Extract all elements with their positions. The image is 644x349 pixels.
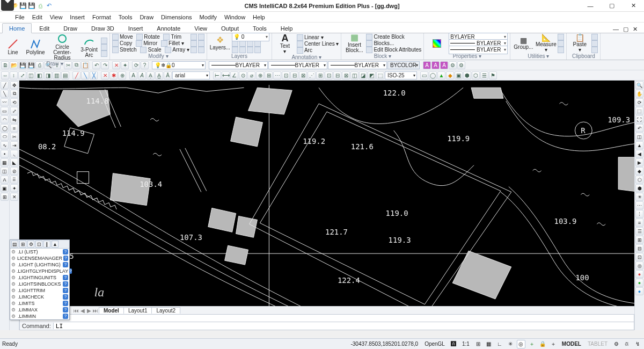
- vt2-fillet-icon[interactable]: ◟: [10, 150, 18, 158]
- status-polar-icon[interactable]: ✳: [506, 340, 515, 348]
- autocomplete-item[interactable]: ⚙.LIGHTTRIM?: [10, 287, 69, 294]
- tb2-m2[interactable]: ◯: [429, 71, 437, 79]
- tb2-m4[interactable]: ◆: [446, 71, 454, 79]
- vt2-break-icon[interactable]: ⊘: [10, 167, 18, 175]
- tb2-m6[interactable]: ⬢: [463, 71, 471, 79]
- centerlines-button[interactable]: Center Lines ▾: [304, 41, 339, 47]
- tb-annoscale-d-icon[interactable]: ⚙: [449, 61, 457, 69]
- sheet-nav-prev[interactable]: ◀: [79, 308, 86, 314]
- vt2-array-icon[interactable]: ⠿: [10, 176, 18, 184]
- vt-block-icon[interactable]: ▣: [1, 184, 9, 192]
- vt-text-icon[interactable]: A: [1, 176, 9, 184]
- autocomplete-item[interactable]: ⚙.LIGHTINGUNITS?: [10, 274, 69, 281]
- menu-draw[interactable]: Draw: [140, 14, 153, 20]
- sheet-tab-layout2[interactable]: Layout2: [151, 307, 180, 314]
- tb-erase-icon[interactable]: ✕: [112, 61, 120, 69]
- autocomplete-item[interactable]: ⚙.LIMCHECK?: [10, 294, 69, 300]
- linear-dim-button[interactable]: Linear ▾: [304, 34, 324, 40]
- menu-help[interactable]: Help: [253, 14, 265, 20]
- vt2-extend-icon[interactable]: ⇥: [10, 141, 18, 149]
- group-button[interactable]: ▦Group...: [513, 37, 534, 50]
- menu-modify[interactable]: Modify: [200, 14, 217, 20]
- tb2-text-a-icon[interactable]: A: [129, 71, 137, 79]
- tb2-dim-13[interactable]: ⊞: [316, 71, 324, 79]
- rvt-more6[interactable]: ⊟: [635, 244, 643, 252]
- measure-button[interactable]: 📐Measure ▾: [535, 34, 557, 53]
- vt2-move-icon[interactable]: ✥: [10, 81, 18, 89]
- vt2-explode-icon[interactable]: ✦: [10, 184, 18, 192]
- arc-dim-button[interactable]: Arc: [304, 47, 312, 53]
- rvt-iso-icon[interactable]: ◆: [635, 167, 643, 175]
- vt-point-icon[interactable]: •: [1, 150, 9, 158]
- vt-arc-icon[interactable]: ◠: [1, 115, 9, 123]
- mirror-button[interactable]: Mirror: [143, 40, 157, 46]
- rvt-more8[interactable]: ◎: [635, 261, 643, 270]
- tab-insert[interactable]: Insert: [122, 24, 150, 33]
- tab-draw[interactable]: Draw: [57, 24, 84, 33]
- create-block-button[interactable]: Create Block: [374, 34, 404, 40]
- sheet-nav-last[interactable]: ⏭: [92, 308, 99, 314]
- tb2-e[interactable]: ◧: [35, 71, 43, 79]
- sheet-tab-layout1[interactable]: Layout1: [123, 307, 152, 314]
- status-annoscale-icon[interactable]: 🅰: [449, 340, 458, 348]
- tb2-h[interactable]: ▤: [61, 71, 69, 79]
- ac-btn-3[interactable]: ⚙: [27, 241, 34, 248]
- tab-annotate[interactable]: Annotate: [150, 24, 187, 33]
- polyline-button[interactable]: Polyline: [25, 39, 46, 55]
- tb2-ray-icon[interactable]: ╲: [81, 71, 89, 79]
- drawing-canvas[interactable]: R 114.8114.908.2103.4119.2121.6122.0119.…: [19, 81, 634, 330]
- tb2-dim-19[interactable]: ◩: [368, 71, 376, 79]
- rvt-more4[interactable]: ☰: [635, 227, 643, 235]
- tb2-a[interactable]: ↔: [1, 71, 9, 79]
- autocomplete-item[interactable]: ⚙.LIGHTSINBLOCKS?: [10, 281, 69, 287]
- tb2-text-d-icon[interactable]: A̲: [155, 71, 163, 79]
- tb2-c[interactable]: ⤢: [18, 71, 26, 79]
- ac-btn-6[interactable]: ▲: [52, 241, 58, 248]
- tab-help[interactable]: Help: [274, 24, 299, 33]
- qat-print-icon[interactable]: ⎙: [36, 2, 44, 10]
- stretch-button[interactable]: Stretch: [120, 47, 137, 53]
- autocomplete-item[interactable]: ⚙.LIGHT (LIGHTING)?: [10, 261, 69, 268]
- maximize-button[interactable]: ▢: [601, 0, 623, 12]
- autocomplete-item[interactable]: ⚙.LIMITS?: [10, 300, 69, 307]
- rvt-3d-icon[interactable]: ◫: [635, 133, 643, 141]
- vt-rect-icon[interactable]: ▭: [1, 107, 9, 115]
- minimize-button[interactable]: —: [580, 0, 601, 12]
- rvt-more2[interactable]: ⋮: [635, 210, 643, 218]
- tb2-dim-8[interactable]: ⋯: [273, 71, 281, 79]
- tb2-m3[interactable]: ▲: [437, 71, 445, 79]
- tb2-dim-14[interactable]: ⊡: [325, 71, 333, 79]
- array-button[interactable]: Array ▾: [172, 47, 189, 53]
- vt-spline-icon[interactable]: ∿: [1, 141, 9, 149]
- sheet-nav-next[interactable]: ▶: [86, 308, 92, 314]
- trim-button[interactable]: Trim: [171, 34, 181, 40]
- tb2-text-c-icon[interactable]: Ạ: [147, 71, 155, 79]
- menu-view[interactable]: View: [50, 14, 63, 20]
- vt2-scale-icon[interactable]: ⤢: [10, 107, 18, 115]
- doc-minimize-button[interactable]: —: [613, 26, 619, 33]
- font-combo[interactable]: arial: [172, 71, 210, 79]
- line-button[interactable]: Line: [2, 39, 24, 55]
- rvt-side-icon[interactable]: ▶: [635, 158, 643, 166]
- qat-undo-icon[interactable]: ↶: [45, 2, 53, 10]
- rvt-more11[interactable]: ●: [635, 287, 643, 295]
- ac-btn-5[interactable]: ‖: [43, 241, 50, 248]
- menu-dimensions[interactable]: Dimensions: [161, 14, 192, 20]
- tb2-d[interactable]: ◫: [27, 71, 35, 79]
- lineweight-combo-tb[interactable]: BYLAYER: [328, 61, 387, 69]
- circle-button[interactable]: Circle Center-Radius: [47, 33, 77, 61]
- rvt-zoomext-icon[interactable]: ⛶: [635, 115, 643, 123]
- tb2-dim-18[interactable]: ◪: [359, 71, 367, 79]
- tb2-join-icon[interactable]: ⊕: [118, 71, 126, 79]
- dimstyle-combo[interactable]: ISO-25: [385, 71, 417, 79]
- layers-button[interactable]: ❖ Layers...: [209, 36, 231, 50]
- tb-annoscale-e-icon[interactable]: ⚙: [457, 61, 465, 69]
- rvt-orbit-icon[interactable]: ⟳: [635, 98, 643, 106]
- status-grid-icon[interactable]: ▦: [485, 340, 493, 348]
- rvt-wire-icon[interactable]: ⬡: [635, 176, 643, 184]
- tb2-dim-4[interactable]: ⊙: [239, 71, 247, 79]
- paste-button[interactable]: 📋Paste ▾: [569, 34, 590, 53]
- vt2-mirror-icon[interactable]: ⇋: [10, 115, 18, 123]
- tb2-dim-7[interactable]: ⊞: [265, 71, 273, 79]
- qat-saveall-icon[interactable]: 💾: [28, 2, 35, 10]
